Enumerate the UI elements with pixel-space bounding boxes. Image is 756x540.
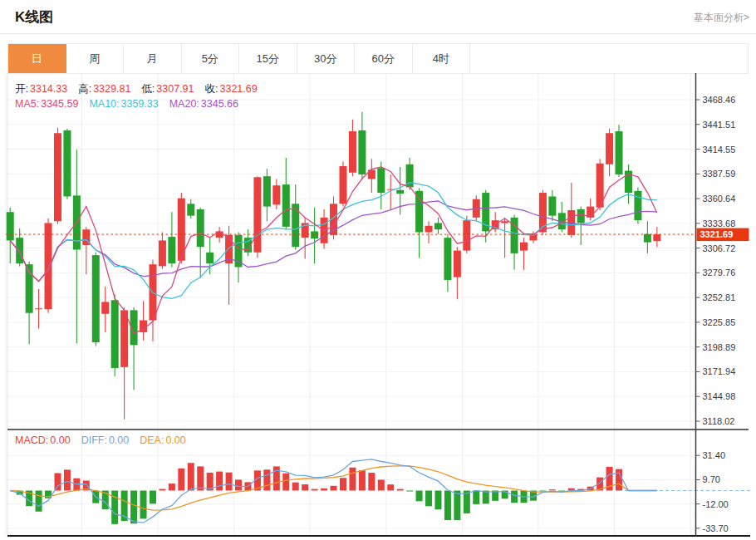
svg-text:3225.85: 3225.85 (703, 317, 736, 327)
candlestick-layer (7, 112, 661, 420)
macd-legend: MACD:0.00DIFF:0.00DEA:0.00 (15, 432, 197, 447)
ohlc-legend-item: 收:3321.69 (205, 82, 258, 96)
svg-text:3198.89: 3198.89 (703, 342, 736, 352)
ohlc-legend-item: 开:3314.33 (15, 82, 67, 96)
ma-legend: MA5:3345.59MA10:3359.33MA20:3345.66 (15, 96, 249, 110)
svg-text:3333.68: 3333.68 (703, 218, 736, 228)
svg-text:3279.76: 3279.76 (703, 268, 736, 277)
svg-text:-33.70: -33.70 (703, 523, 729, 533)
ma-legend-item: MA5:3345.59 (15, 98, 78, 110)
price-tag: 3321.69 (697, 228, 749, 242)
svg-text:3414.55: 3414.55 (703, 145, 736, 155)
svg-text:3306.72: 3306.72 (703, 243, 736, 253)
svg-text:31.40: 31.40 (703, 450, 726, 460)
svg-text:3171.94: 3171.94 (703, 366, 736, 376)
ma-legend-item: MA10:3359.33 (89, 98, 158, 110)
tab-60分[interactable]: 60分 (355, 44, 413, 73)
ohlc-legend-item: 低:3307.91 (141, 82, 194, 96)
title-divider (0, 33, 756, 34)
frame (7, 73, 750, 536)
tab-4时[interactable]: 4时 (413, 44, 471, 73)
svg-text:3360.64: 3360.64 (703, 194, 736, 204)
ma-legend-item: MA20:3345.66 (169, 98, 238, 110)
svg-text:3321.69: 3321.69 (700, 229, 734, 239)
svg-text:3387.59: 3387.59 (703, 169, 736, 179)
svg-text:3252.81: 3252.81 (703, 292, 736, 302)
kline-chart[interactable]: 3468.463441.513414.553387.593360.643333.… (0, 73, 756, 540)
page-title: K线图 (15, 7, 53, 27)
svg-text:3118.02: 3118.02 (703, 416, 735, 426)
ohlc-legend: 开:3314.33高:3329.81低:3307.91收:3321.69 (15, 81, 268, 96)
svg-text:3144.98: 3144.98 (703, 391, 736, 401)
macd-legend-item: DEA:0.00 (140, 434, 186, 446)
macd-legend-item: MACD:0.00 (15, 434, 71, 446)
ohlc-legend-item: 高:3329.81 (78, 82, 130, 96)
svg-text:3441.51: 3441.51 (703, 120, 736, 130)
macd-legend-item: DIFF:0.00 (81, 434, 130, 446)
axis-labels: 3468.463441.513414.553387.593360.643333.… (696, 95, 736, 533)
tab-月[interactable]: 月 (124, 44, 182, 73)
tab-日[interactable]: 日 (8, 44, 66, 73)
tab-30分[interactable]: 30分 (297, 44, 356, 73)
kline-chart-svg: 3468.463441.513414.553387.593360.643333.… (0, 73, 756, 540)
svg-text:9.70: 9.70 (703, 474, 720, 484)
fundamental-analysis-link[interactable]: 基本面分析> (694, 11, 749, 25)
tab-5分[interactable]: 5分 (182, 44, 240, 73)
macd-layer (10, 459, 750, 524)
kline-widget: K线图 基本面分析> 日周月5分15分30分60分4时 开:3314.33高:3… (0, 0, 756, 540)
svg-text:3468.46: 3468.46 (703, 95, 736, 105)
tab-15分[interactable]: 15分 (239, 44, 297, 73)
period-tab-bar: 日周月5分15分30分60分4时 (7, 43, 749, 74)
svg-text:-12.00: -12.00 (703, 499, 729, 509)
tab-周[interactable]: 周 (66, 44, 125, 73)
